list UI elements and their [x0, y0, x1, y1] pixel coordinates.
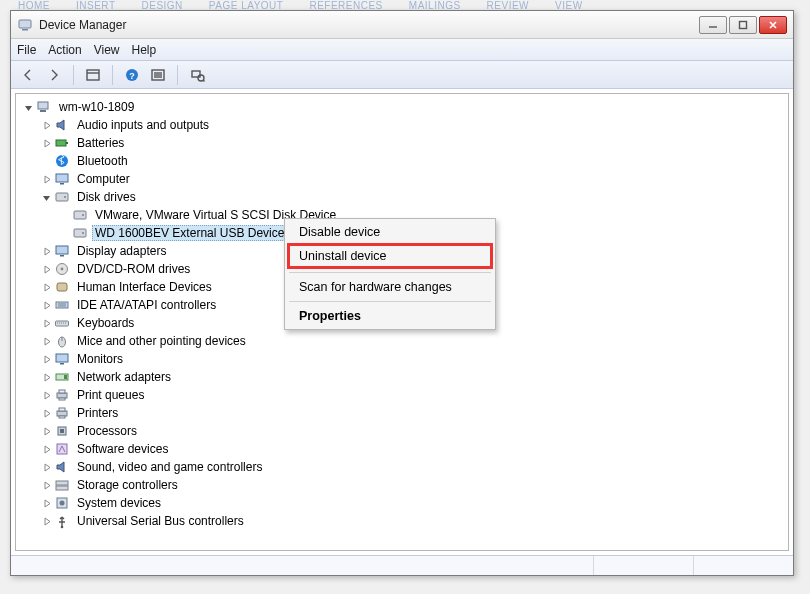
expand-icon[interactable] — [40, 173, 52, 185]
expand-icon[interactable] — [40, 497, 52, 509]
category-computer[interactable]: Computer — [36, 170, 786, 188]
menu-action[interactable]: Action — [48, 43, 81, 57]
expand-icon[interactable] — [40, 479, 52, 491]
minimize-button[interactable] — [699, 16, 727, 34]
category-label: Storage controllers — [74, 478, 181, 492]
svg-rect-29 — [60, 255, 64, 257]
svg-point-27 — [82, 232, 84, 234]
expand-icon[interactable] — [40, 119, 52, 131]
expander-none — [58, 227, 70, 239]
expand-icon[interactable] — [40, 317, 52, 329]
disk-icon — [54, 189, 70, 205]
forward-button[interactable] — [43, 64, 65, 86]
scan-button[interactable] — [186, 64, 208, 86]
expand-icon[interactable] — [40, 263, 52, 275]
keyboard-icon — [54, 315, 70, 331]
context-menu-uninstall-device[interactable]: Uninstall device — [287, 243, 493, 269]
svg-rect-40 — [56, 354, 68, 362]
collapse-icon[interactable] — [22, 101, 34, 113]
monitor-icon — [54, 243, 70, 259]
expand-icon[interactable] — [40, 335, 52, 347]
svg-rect-18 — [66, 142, 68, 144]
category-system[interactable]: System devices — [36, 494, 786, 512]
toolbar-separator — [177, 65, 178, 85]
svg-rect-20 — [56, 174, 68, 182]
speaker-icon — [54, 117, 70, 133]
category-audio[interactable]: Audio inputs and outputs — [36, 116, 786, 134]
collapse-icon[interactable] — [40, 191, 52, 203]
background-ribbon: HOMEINSERT DESIGNPAGE LAYOUT REFERENCESM… — [0, 0, 810, 10]
svg-point-57 — [61, 526, 64, 529]
svg-rect-22 — [56, 193, 68, 201]
category-network[interactable]: Network adapters — [36, 368, 786, 386]
category-label: Mice and other pointing devices — [74, 334, 249, 348]
category-storage[interactable]: Storage controllers — [36, 476, 786, 494]
monitor-icon — [54, 351, 70, 367]
toolbar-separator — [73, 65, 74, 85]
expand-icon[interactable] — [40, 389, 52, 401]
window-controls — [697, 16, 787, 34]
expand-icon[interactable] — [40, 245, 52, 257]
details-button[interactable] — [147, 64, 169, 86]
menu-view[interactable]: View — [94, 43, 120, 57]
close-button[interactable] — [759, 16, 787, 34]
computer-icon — [36, 99, 52, 115]
category-label: Sound, video and game controllers — [74, 460, 265, 474]
svg-rect-24 — [74, 211, 86, 219]
menu-help[interactable]: Help — [132, 43, 157, 57]
expand-icon[interactable] — [40, 281, 52, 293]
category-software[interactable]: Software devices — [36, 440, 786, 458]
category-diskdrives[interactable]: Disk drives — [36, 188, 786, 206]
svg-rect-43 — [64, 375, 67, 379]
category-label: Software devices — [74, 442, 171, 456]
expand-icon[interactable] — [40, 461, 52, 473]
context-menu-disable-device[interactable]: Disable device — [287, 221, 493, 243]
device-label: WD 1600BEV External USB Device — [92, 225, 287, 241]
nic-icon — [54, 369, 70, 385]
category-printers[interactable]: Printers — [36, 404, 786, 422]
expand-icon[interactable] — [40, 353, 52, 365]
expand-icon[interactable] — [40, 443, 52, 455]
svg-point-56 — [60, 501, 65, 506]
disk-icon — [72, 207, 88, 223]
category-label: Processors — [74, 424, 140, 438]
expand-icon[interactable] — [40, 137, 52, 149]
category-processors[interactable]: Processors — [36, 422, 786, 440]
expand-icon[interactable] — [40, 371, 52, 383]
expand-icon[interactable] — [40, 407, 52, 419]
category-label: Batteries — [74, 136, 127, 150]
back-button[interactable] — [17, 64, 39, 86]
svg-rect-45 — [59, 390, 65, 393]
expand-icon[interactable] — [40, 299, 52, 311]
category-label: Bluetooth — [74, 154, 131, 168]
expand-icon[interactable] — [40, 515, 52, 527]
menu-file[interactable]: File — [17, 43, 36, 57]
category-label: System devices — [74, 496, 164, 510]
category-batteries[interactable]: Batteries — [36, 134, 786, 152]
svg-rect-26 — [74, 229, 86, 237]
tree-root-label: wm-w10-1809 — [56, 100, 137, 114]
toolbar-separator — [112, 65, 113, 85]
category-mice[interactable]: Mice and other pointing devices — [36, 332, 786, 350]
titlebar[interactable]: Device Manager — [11, 11, 793, 39]
category-sound[interactable]: Sound, video and game controllers — [36, 458, 786, 476]
category-bluetooth[interactable]: Bluetooth — [36, 152, 786, 170]
category-monitors[interactable]: Monitors — [36, 350, 786, 368]
cpu-icon — [54, 423, 70, 439]
show-hidden-button[interactable] — [82, 64, 104, 86]
maximize-button[interactable] — [729, 16, 757, 34]
help-button[interactable]: ? — [121, 64, 143, 86]
category-usb[interactable]: Universal Serial Bus controllers — [36, 512, 786, 530]
category-printqueues[interactable]: Print queues — [36, 386, 786, 404]
tree-root[interactable]: wm-w10-1809 — [18, 98, 786, 116]
svg-rect-21 — [60, 183, 64, 185]
svg-rect-1 — [22, 29, 28, 31]
svg-rect-15 — [38, 102, 48, 109]
category-label: Monitors — [74, 352, 126, 366]
context-menu-separator — [289, 272, 491, 273]
category-label: Display adapters — [74, 244, 169, 258]
context-menu-scan-hardware[interactable]: Scan for hardware changes — [287, 276, 493, 298]
battery-icon — [54, 135, 70, 151]
expand-icon[interactable] — [40, 425, 52, 437]
context-menu-properties[interactable]: Properties — [287, 305, 493, 327]
